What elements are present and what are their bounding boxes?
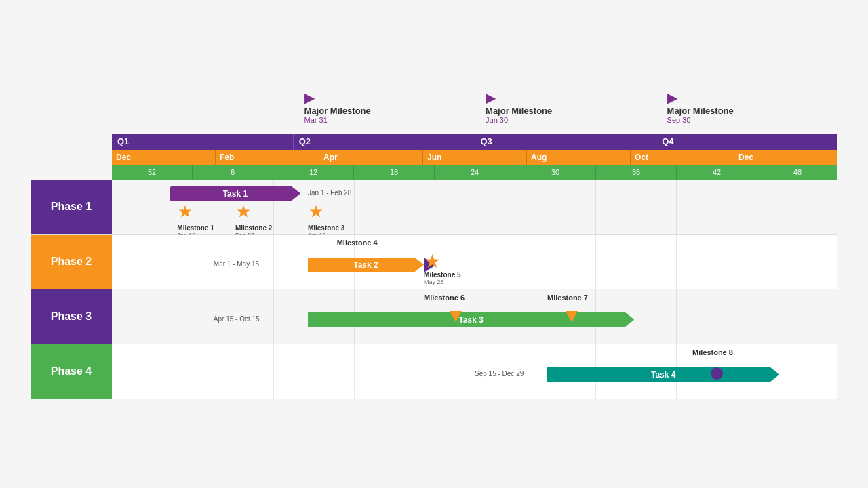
task-2-bar[interactable]: Task 2 [308, 258, 424, 272]
phase-3-label: Phase 3 [31, 289, 112, 344]
week-6: 6 [193, 165, 273, 180]
major-milestone-date-2: Jun 30 [486, 116, 508, 124]
phase-2-row: Phase 2 Milestone 4 Task 2 [31, 235, 837, 289]
month-aug: Aug [527, 150, 631, 165]
milestone-3: Milestone 3 Apr 10 [308, 204, 344, 239]
phase-3-content: Milestone 6 Milestone 7 Task 3 Apr 15 - … [112, 289, 837, 344]
phase-1-row: Phase 1 Task 1 Jan 1 - Feb 28 [31, 180, 837, 235]
week-52: 52 [112, 165, 193, 180]
task-1-date: Jan 1 - Feb 28 [308, 189, 351, 197]
major-milestone-arrow-1: ▶ [304, 89, 315, 106]
quarter-q4: Q4 [656, 134, 837, 150]
task-3-bar[interactable]: Task 3 [308, 312, 635, 327]
major-milestone-arrow-2: ▶ [486, 89, 496, 106]
week-42: 42 [677, 165, 757, 180]
major-milestone-date-1: Mar 31 [304, 116, 328, 124]
task-4-bar[interactable]: Task 4 [547, 367, 779, 382]
task-3-date: Apr 15 - Oct 15 [214, 315, 260, 323]
task-4-date: Sep 15 - Dec 29 [475, 370, 524, 378]
phase-4-row: Phase 4 Milestone 8 Task 4 [31, 344, 837, 399]
svg-marker-0 [179, 205, 192, 218]
phase-1-content: Task 1 Jan 1 - Feb 28 Milestone 1 Jan 15 [112, 180, 837, 234]
major-milestones-row: ▶ Major Milestone Mar 31 ▶ Major Milesto… [112, 89, 837, 134]
milestone-8-label: Milestone 8 [692, 348, 733, 357]
phase-3-row: Phase 3 Milestone 6 Milestone 7 [31, 289, 837, 344]
major-milestone-title-1: Major Milestone [304, 106, 371, 116]
milestone-5: ★ Milestone 5 May 25 [424, 252, 460, 285]
week-18: 18 [354, 165, 435, 180]
month-oct: Oct [631, 150, 734, 165]
task-2-date: Mar 1 - May 15 [214, 260, 259, 268]
major-milestone-3: ▶ Major Milestone Sep 30 [667, 89, 734, 124]
milestone-7-triangle [566, 311, 578, 322]
month-row: Dec Feb Apr Jun Aug Oct Dec [112, 150, 837, 165]
major-milestone-1: ▶ Major Milestone Mar 31 [304, 89, 371, 124]
task-1-bar[interactable]: Task 1 [170, 186, 301, 201]
phase-4-label: Phase 4 [31, 344, 112, 399]
quarter-q3: Q3 [475, 134, 657, 150]
week-row: 52 6 12 18 24 30 36 42 48 [112, 165, 837, 180]
major-milestone-title-2: Major Milestone [486, 106, 552, 116]
gantt-header: Q1 Q2 Q3 Q4 Dec Feb Apr Jun Aug Oct Dec … [112, 134, 837, 180]
week-24: 24 [435, 165, 515, 180]
milestone-7-label: Milestone 7 [547, 293, 588, 302]
week-36: 36 [596, 165, 677, 180]
milestone-6-label: Milestone 6 [424, 293, 465, 302]
svg-marker-1 [237, 205, 250, 218]
month-apr: Apr [319, 150, 423, 165]
phases-section: Phase 1 Task 1 Jan 1 - Feb 28 [31, 180, 837, 399]
milestone-6-triangle [450, 311, 462, 322]
major-milestone-date-3: Sep 30 [667, 116, 691, 124]
milestone-8-circle [711, 367, 723, 380]
month-dec2: Dec [734, 150, 837, 165]
phase-2-content: Milestone 4 Task 2 Mar 1 - May 15 ★ Mile… [112, 235, 837, 289]
major-milestone-2: ▶ Major Milestone Jun 30 [486, 89, 552, 124]
major-milestone-arrow-3: ▶ [667, 89, 677, 106]
gantt-chart: ▶ Major Milestone Mar 31 ▶ Major Milesto… [31, 89, 837, 399]
month-dec1: Dec [112, 150, 216, 165]
week-30: 30 [515, 165, 596, 180]
major-milestone-title-3: Major Milestone [667, 106, 734, 116]
week-48: 48 [757, 165, 837, 180]
month-jun: Jun [423, 150, 527, 165]
quarter-q1: Q1 [112, 134, 294, 150]
milestone-1: Milestone 1 Jan 15 [177, 204, 214, 239]
month-feb: Feb [216, 150, 319, 165]
quarter-row: Q1 Q2 Q3 Q4 [112, 134, 837, 150]
milestone-4-label: Milestone 4 [337, 239, 378, 247]
quarter-q2: Q2 [294, 134, 475, 150]
phase-2-label: Phase 2 [31, 235, 112, 289]
svg-marker-2 [309, 205, 322, 218]
phase-4-content: Milestone 8 Task 4 Sep 15 - Dec 29 [112, 344, 837, 399]
milestone-2: Milestone 2 Feb 27 [235, 204, 272, 239]
phase-1-label: Phase 1 [31, 180, 112, 234]
week-12: 12 [273, 165, 354, 180]
